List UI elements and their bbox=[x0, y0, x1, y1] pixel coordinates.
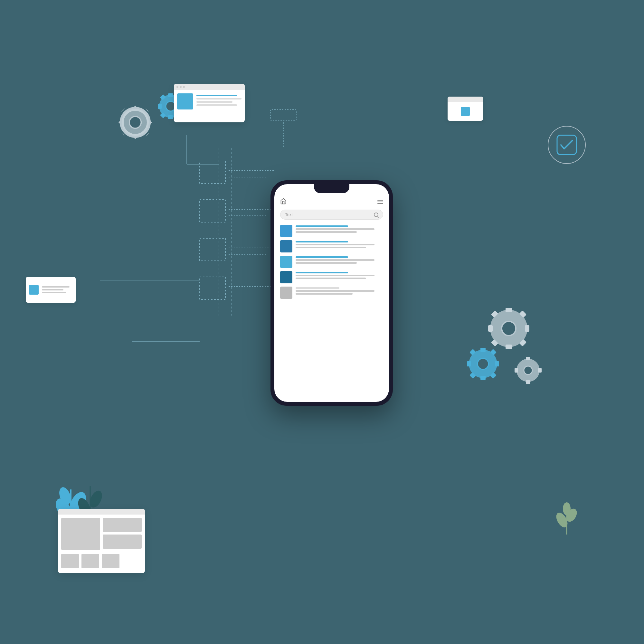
text-line bbox=[296, 231, 357, 233]
text-line bbox=[296, 287, 339, 289]
phone-list bbox=[280, 225, 383, 396]
svg-rect-30 bbox=[469, 349, 476, 355]
svg-point-67 bbox=[564, 507, 579, 524]
bottom-card-small-thumbnail bbox=[103, 518, 142, 532]
list-item-text bbox=[296, 256, 383, 264]
home-icon bbox=[280, 198, 287, 206]
bottom-card-row bbox=[61, 554, 142, 568]
text-line bbox=[296, 275, 374, 276]
card-title-bar bbox=[174, 84, 245, 90]
list-item[interactable] bbox=[280, 225, 383, 237]
window-dot bbox=[183, 86, 185, 88]
svg-rect-12 bbox=[160, 112, 166, 118]
window-dot bbox=[180, 86, 182, 88]
svg-point-61 bbox=[57, 486, 73, 506]
text-line-accent bbox=[296, 272, 348, 273]
gear-right-medium-blue-icon bbox=[467, 348, 499, 380]
svg-rect-19 bbox=[525, 325, 529, 332]
svg-point-69 bbox=[548, 126, 585, 164]
list-item-thumbnail bbox=[280, 271, 292, 283]
left-card-text bbox=[42, 286, 72, 293]
text-line bbox=[296, 293, 353, 295]
list-item-thumbnail bbox=[280, 287, 292, 299]
svg-rect-21 bbox=[519, 310, 527, 318]
svg-rect-39 bbox=[538, 368, 542, 373]
svg-point-3 bbox=[129, 117, 141, 128]
list-item[interactable] bbox=[280, 256, 383, 268]
text-line bbox=[42, 289, 63, 290]
text-line bbox=[196, 95, 237, 96]
card-thumbnail bbox=[177, 93, 193, 109]
list-item-thumbnail bbox=[280, 256, 292, 268]
small-browser-card bbox=[448, 97, 483, 121]
small-card-bar bbox=[448, 97, 483, 102]
bottom-card-small-thumbs bbox=[103, 518, 142, 549]
svg-rect-37 bbox=[526, 380, 530, 384]
text-line bbox=[296, 244, 374, 245]
bottom-card-thumb bbox=[102, 554, 119, 568]
svg-rect-29 bbox=[495, 361, 499, 366]
svg-point-64 bbox=[88, 489, 105, 509]
list-item[interactable] bbox=[280, 240, 383, 252]
list-item[interactable] bbox=[280, 271, 383, 283]
list-item-text bbox=[296, 240, 383, 248]
small-card-body bbox=[448, 102, 483, 121]
phone-body: Text bbox=[270, 180, 393, 406]
plant-right-icon bbox=[554, 502, 579, 535]
top-browser-card bbox=[174, 84, 245, 122]
svg-rect-36 bbox=[526, 357, 530, 360]
text-line-accent bbox=[296, 256, 348, 258]
svg-rect-32 bbox=[469, 372, 476, 379]
text-line bbox=[42, 292, 66, 293]
text-line bbox=[296, 278, 366, 279]
svg-rect-31 bbox=[490, 349, 497, 355]
svg-rect-22 bbox=[491, 339, 498, 346]
bottom-left-wireframe-card bbox=[58, 509, 145, 573]
list-item-text bbox=[296, 225, 383, 233]
svg-point-35 bbox=[524, 366, 532, 374]
phone-screen: Text bbox=[274, 184, 389, 402]
svg-point-34 bbox=[516, 359, 540, 382]
svg-rect-16 bbox=[506, 308, 512, 312]
bottom-card-body bbox=[58, 515, 145, 572]
svg-rect-6 bbox=[168, 93, 173, 97]
phone-content: Text bbox=[274, 184, 389, 402]
svg-rect-7 bbox=[168, 115, 173, 119]
svg-rect-10 bbox=[160, 94, 166, 100]
bottom-card-big-thumbnail bbox=[61, 518, 100, 550]
small-card-thumbnail bbox=[461, 107, 470, 116]
bottom-card-thumb bbox=[61, 554, 79, 568]
text-line bbox=[196, 101, 232, 103]
window-dot bbox=[176, 86, 178, 88]
phone-notch bbox=[314, 184, 349, 193]
svg-rect-20 bbox=[491, 310, 498, 318]
svg-rect-23 bbox=[519, 339, 527, 346]
svg-rect-28 bbox=[467, 361, 471, 366]
svg-rect-42 bbox=[200, 161, 225, 184]
menu-icon bbox=[377, 200, 383, 204]
list-item-thumbnail bbox=[280, 240, 292, 252]
text-line bbox=[196, 104, 237, 106]
text-line bbox=[296, 290, 374, 292]
left-wireframe-card bbox=[26, 277, 76, 303]
svg-rect-26 bbox=[480, 348, 486, 352]
svg-point-2 bbox=[122, 109, 149, 136]
list-item[interactable] bbox=[280, 287, 383, 299]
svg-rect-44 bbox=[200, 238, 225, 261]
search-placeholder: Text bbox=[285, 212, 293, 217]
scene: Text bbox=[0, 0, 644, 644]
svg-rect-8 bbox=[158, 104, 162, 109]
text-line bbox=[296, 259, 374, 261]
gear-large-gray-icon bbox=[118, 106, 152, 139]
phone-mockup: Text bbox=[270, 180, 393, 406]
svg-rect-45 bbox=[200, 277, 225, 299]
svg-rect-33 bbox=[490, 372, 497, 379]
left-card-thumbnail bbox=[29, 285, 39, 295]
phone-topbar bbox=[280, 195, 383, 210]
svg-rect-70 bbox=[557, 135, 576, 155]
svg-point-66 bbox=[554, 511, 570, 529]
search-icon bbox=[374, 213, 378, 217]
svg-point-0 bbox=[122, 109, 149, 136]
phone-search-bar[interactable]: Text bbox=[280, 210, 383, 220]
list-item-text bbox=[296, 287, 383, 295]
